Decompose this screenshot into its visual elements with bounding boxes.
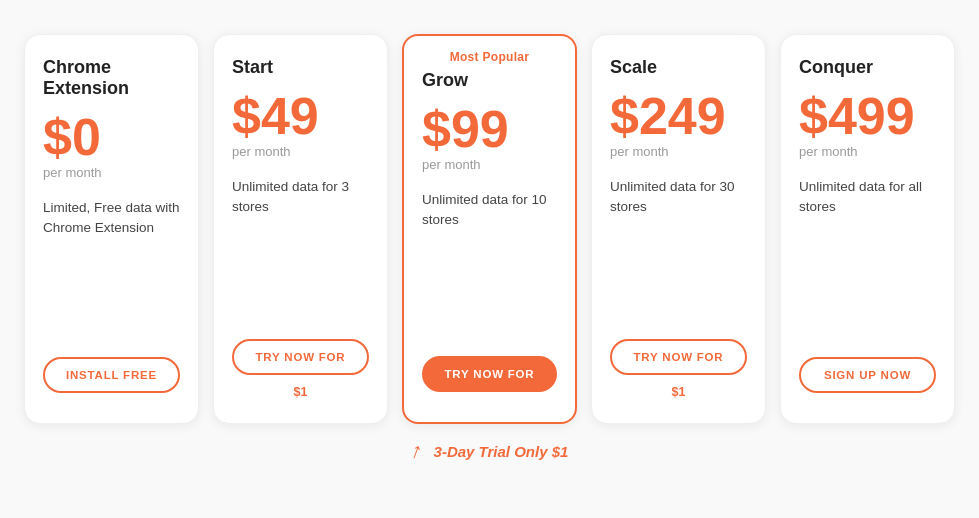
card-button-conquer[interactable]: SIGN UP NOW — [799, 357, 936, 393]
card-price-grow: $99 — [422, 103, 557, 155]
card-description-chrome-extension: Limited, Free data with Chrome Extension — [43, 198, 180, 337]
card-title-scale: Scale — [610, 57, 747, 78]
card-trial-note-start: $1 — [232, 385, 369, 399]
card-title-chrome-extension: Chrome Extension — [43, 57, 180, 99]
card-chrome-extension: Chrome Extension$0per monthLimited, Free… — [24, 34, 199, 424]
card-price-chrome-extension: $0 — [43, 111, 180, 163]
card-description-conquer: Unlimited data for all stores — [799, 177, 936, 337]
card-description-grow: Unlimited data for 10 stores — [422, 190, 557, 336]
trial-text: 3-Day Trial Only $1 — [434, 443, 569, 460]
card-start: Start$49per monthUnlimited data for 3 st… — [213, 34, 388, 424]
card-trial-note-scale: $1 — [610, 385, 747, 399]
card-grow: Most PopularGrow$99per monthUnlimited da… — [402, 34, 577, 424]
card-description-scale: Unlimited data for 30 stores — [610, 177, 747, 319]
pricing-cards-container: Chrome Extension$0per monthLimited, Free… — [10, 34, 969, 424]
card-button-scale[interactable]: TRY NOW FOR — [610, 339, 747, 375]
card-title-conquer: Conquer — [799, 57, 936, 78]
card-button-grow[interactable]: TRY NOW FOR — [422, 356, 557, 392]
card-title-grow: Grow — [422, 70, 557, 91]
arrow-icon: ↑ — [406, 437, 425, 465]
card-period-conquer: per month — [799, 144, 936, 159]
card-scale: Scale$249per monthUnlimited data for 30 … — [591, 34, 766, 424]
card-button-chrome-extension[interactable]: INSTALL FREE — [43, 357, 180, 393]
card-period-chrome-extension: per month — [43, 165, 180, 180]
card-period-grow: per month — [422, 157, 557, 172]
bottom-trial-note: ↑ 3-Day Trial Only $1 — [411, 438, 569, 464]
most-popular-label: Most Popular — [422, 50, 557, 64]
card-title-start: Start — [232, 57, 369, 78]
card-price-scale: $249 — [610, 90, 747, 142]
card-period-scale: per month — [610, 144, 747, 159]
card-conquer: Conquer$499per monthUnlimited data for a… — [780, 34, 955, 424]
card-button-start[interactable]: TRY NOW FOR — [232, 339, 369, 375]
card-description-start: Unlimited data for 3 stores — [232, 177, 369, 319]
card-period-start: per month — [232, 144, 369, 159]
card-price-conquer: $499 — [799, 90, 936, 142]
card-price-start: $49 — [232, 90, 369, 142]
